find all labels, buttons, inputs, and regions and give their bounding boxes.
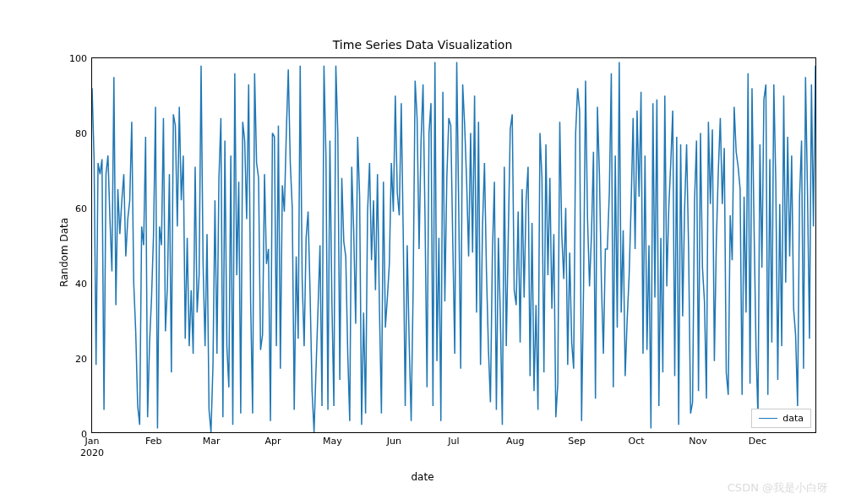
legend-line-icon — [759, 418, 777, 419]
y-tick: 20 — [75, 354, 87, 365]
y-axis-label: Random Data — [58, 217, 70, 286]
chart-container: Time Series Data Visualization Random Da… — [0, 0, 845, 504]
y-tick: 40 — [75, 279, 87, 290]
x-tick: Jul — [448, 436, 459, 447]
plot-area: data 020406080100JanFebMarAprMayJunJulAu… — [91, 57, 816, 433]
x-tick: Mar — [203, 436, 221, 447]
legend: data — [751, 409, 811, 428]
x-tick: Nov — [689, 436, 706, 447]
y-tick: 80 — [75, 128, 87, 139]
x-tick: Sep — [568, 436, 586, 447]
x-tick: Apr — [264, 436, 281, 447]
x-tick: Oct — [629, 436, 645, 447]
legend-label: data — [782, 413, 804, 424]
x-axis-label: date — [0, 471, 845, 483]
x-tick: Aug — [506, 436, 524, 447]
watermark: CSDN @我是小白呀 — [728, 480, 828, 496]
x-tick: Jan — [85, 436, 100, 447]
x-tick: May — [323, 436, 342, 447]
x-tick: Dec — [749, 436, 766, 447]
line-series — [92, 58, 815, 432]
y-tick: 100 — [69, 53, 87, 64]
x-tick-year: 2020 — [80, 447, 104, 458]
x-tick: Jun — [387, 436, 401, 447]
chart-title: Time Series Data Visualization — [0, 38, 845, 51]
y-tick: 60 — [75, 203, 87, 214]
x-tick: Feb — [145, 436, 161, 447]
